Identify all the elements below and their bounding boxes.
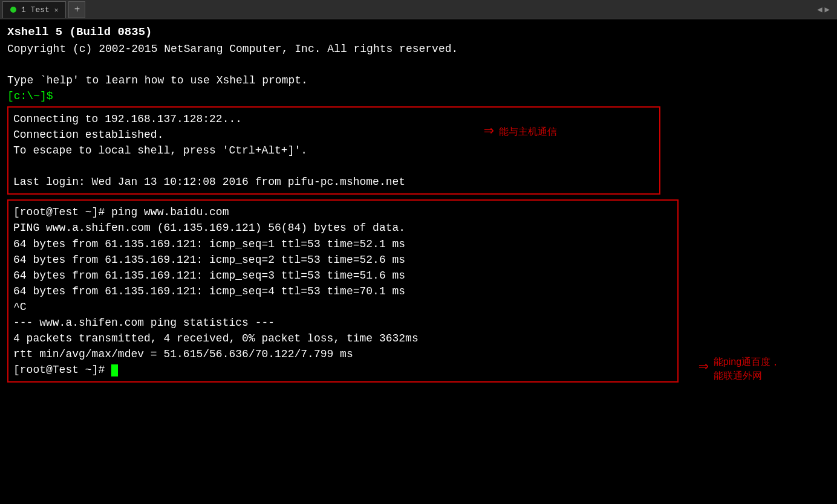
- help-line: Type `help' to learn how to use Xshell p…: [7, 73, 830, 88]
- blank-line-1: [7, 57, 830, 73]
- ping-stats-packets: 4 packets transmitted, 4 received, 0% pa…: [13, 331, 673, 346]
- title-bar: 1 Test ✕ + ◀ ▶: [0, 0, 837, 19]
- annotation-ping-baidu: ⇒ 能ping通百度， 能联通外网: [699, 355, 780, 383]
- ping-info-line: PING www.a.shifen.com (61.135.169.121) 5…: [13, 220, 673, 236]
- nav-left-icon[interactable]: ◀: [817, 4, 822, 15]
- ping-stats-rtt: rtt min/avg/max/mdev = 51.615/56.636/70.…: [13, 346, 673, 362]
- xshell-title-line: Xshell 5 (Build 0835): [7, 24, 830, 41]
- cursor-block: [111, 364, 118, 376]
- nav-arrows: ◀ ▶: [817, 4, 835, 15]
- ping-result-4: 64 bytes from 61.135.169.121: icmp_seq=4…: [13, 283, 673, 299]
- ping-result-2: 64 bytes from 61.135.169.121: icmp_seq=2…: [13, 252, 673, 268]
- last-login-line: Last login: Wed Jan 13 10:12:08 2016 fro…: [13, 174, 654, 190]
- annotation-host-communication: ⇒ 能与主机通信: [484, 119, 557, 144]
- final-prompt-line: [root@Test ~]#: [13, 362, 673, 378]
- copyright-line: Copyright (c) 2002-2015 NetSarang Comput…: [7, 41, 830, 57]
- annotation-host-label: 能与主机通信: [499, 124, 557, 138]
- annotation-ping-line2: 能联通外网: [714, 370, 762, 381]
- new-tab-button[interactable]: +: [68, 1, 85, 18]
- connecting-line: Connecting to 192.168.137.128:22...: [13, 111, 654, 127]
- blank-line-2: [13, 158, 654, 174]
- escape-line: To escape to local shell, press 'Ctrl+Al…: [13, 143, 654, 158]
- ping-command-line: [root@Test ~]# ping www.baidu.com: [13, 204, 673, 220]
- annotation-ping-line1: 能ping通百度，: [714, 357, 780, 367]
- ping-box: [root@Test ~]# ping www.baidu.com PING w…: [7, 199, 679, 383]
- arrow-right-icon-1: ⇒: [484, 119, 494, 144]
- connection-box: Connecting to 192.168.137.128:22... Conn…: [7, 106, 660, 195]
- tab-1-test[interactable]: 1 Test ✕: [2, 1, 66, 18]
- nav-right-icon[interactable]: ▶: [825, 4, 830, 15]
- established-line: Connection established.: [13, 127, 654, 143]
- tab-status-dot: [10, 7, 16, 13]
- ctrl-c-line: ^C: [13, 299, 673, 315]
- ping-stats-header: --- www.a.shifen.com ping statistics ---: [13, 315, 673, 331]
- final-prompt-text: [root@Test ~]#: [13, 364, 105, 376]
- arrow-right-icon-2: ⇒: [699, 355, 709, 380]
- annotation-ping-label: 能ping通百度， 能联通外网: [714, 355, 780, 383]
- prompt-line: [c:\~]$: [7, 88, 830, 104]
- tab-label: 1 Test: [21, 5, 50, 15]
- ping-result-3: 64 bytes from 61.135.169.121: icmp_seq=3…: [13, 268, 673, 283]
- ping-result-1: 64 bytes from 61.135.169.121: icmp_seq=1…: [13, 236, 673, 252]
- terminal-area[interactable]: Xshell 5 (Build 0835) Copyright (c) 2002…: [0, 19, 837, 504]
- tab-close-button[interactable]: ✕: [54, 6, 59, 14]
